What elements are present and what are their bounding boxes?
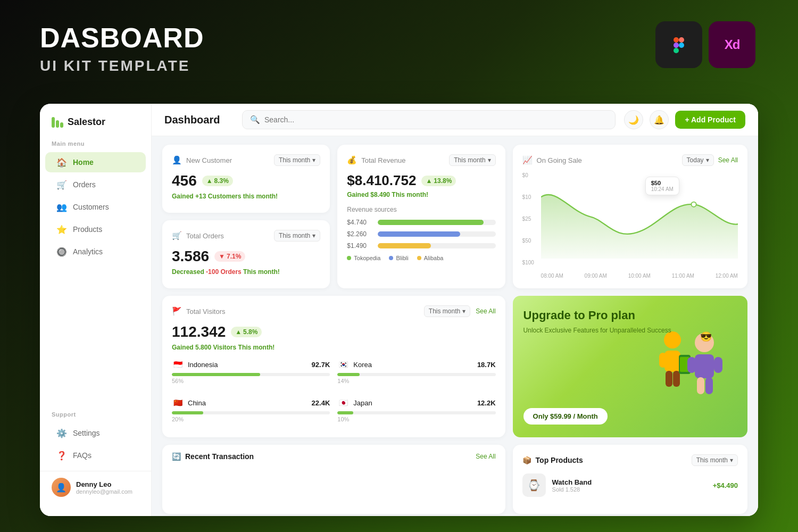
x-label-8am: 08:00 AM [541, 273, 563, 279]
user-info: Denny Leo dennyleo@gmail.com [76, 480, 139, 495]
adobe-xd-icon: Xd [709, 21, 755, 68]
total-orders-count: 3.586 ▼ 7.1% [172, 248, 320, 265]
orders-card-icon: 🛒 [172, 231, 182, 240]
top-products-title: 📦 Top Products [522, 456, 583, 464]
upgrade-card: Upgrade to Pro plan Unlock Exclusive Fea… [513, 296, 747, 437]
total-revenue-period-label: This month [454, 156, 485, 164]
add-product-button[interactable]: + Add Product [675, 111, 745, 129]
y-label-100: $100 [522, 260, 534, 265]
search-input[interactable] [264, 115, 608, 124]
revenue-amount: $8.410.752 ▲ 13.8% [347, 172, 495, 189]
flag-japan: 🇯🇵 [337, 397, 349, 409]
visitors-grid: 🇮🇩 Indonesia 92.7K 56% [172, 359, 496, 428]
total-revenue-card: 💰 Total Revenue This month ▾ $8.410.752 … [337, 145, 505, 288]
sidebar-item-analytics[interactable]: 🔘 Analytics [45, 242, 146, 262]
total-revenue-header: 💰 Total Revenue This month ▾ [347, 154, 495, 166]
product-sold-watchband: Sold 1.528 [552, 486, 706, 493]
flag-china: 🇨🇳 [172, 397, 184, 409]
notifications-button[interactable]: 🔔 [650, 110, 669, 129]
chart-period[interactable]: Today ▾ [682, 154, 714, 166]
total-visitors-card: 🚩 Total Visitors This month ▾ See All [162, 296, 505, 437]
product-thumb-watchband: ⌚ [522, 473, 546, 497]
visitor-bar-korea [337, 373, 495, 376]
visitors-icon: 🚩 [172, 306, 182, 316]
revenue-track-blibli [378, 231, 495, 237]
tooltip-time: 10:24 AM [651, 186, 674, 192]
total-revenue-title: Total Revenue [361, 156, 405, 164]
on-going-sale-header: 📈 On Going Sale Today ▾ See All [522, 154, 738, 166]
new-customer-count: 456 ▲ 8.3% [172, 172, 320, 189]
sidebar-item-settings[interactable]: ⚙️ Settings [45, 423, 146, 443]
total-orders-badge: ▼ 7.1% [214, 251, 245, 262]
visitors-see-all[interactable]: See All [476, 307, 495, 315]
legend-dot-blibli [389, 256, 393, 260]
new-customer-card: 👤 New Customer This month ▾ 456 ▲ 8.3% [162, 145, 330, 213]
total-orders-period[interactable]: This month ▾ [274, 230, 320, 242]
sidebar-label-orders: Orders [73, 180, 96, 189]
flag-korea: 🇰🇷 [337, 359, 349, 370]
revenue-sources-title: Revenue sources [347, 206, 495, 213]
revenue-fill-alibaba [378, 243, 431, 248]
top-products-card: 📦 Top Products This month ▾ ⌚ Watch Band… [513, 445, 747, 514]
visitor-pct-japan: 10% [337, 416, 495, 422]
branding-subtitle: UI KIT TEMPLATE [40, 57, 190, 74]
new-customer-period[interactable]: This month ▾ [274, 154, 320, 166]
x-label-12am: 12:00 AM [716, 273, 738, 279]
recent-icon: 🔄 [172, 452, 181, 461]
theme-toggle-button[interactable]: 🌙 [624, 110, 643, 129]
sidebar-item-orders[interactable]: 🛒 Orders [45, 174, 146, 195]
flag-indonesia: 🇮🇩 [172, 359, 184, 370]
upgrade-title: Upgrade to Pro plan [523, 309, 737, 322]
legend-dot-alibaba [417, 256, 421, 260]
customers-icon: 👥 [57, 202, 66, 212]
revenue-badge: ▲ 13.8% [421, 176, 456, 186]
on-going-sale-title: On Going Sale [537, 156, 582, 164]
total-orders-title-row: 🛒 Total Orders [172, 231, 224, 240]
visitor-fill-china [172, 411, 203, 414]
visitor-row-china: 🇨🇳 China 22.4K 20% [172, 397, 330, 422]
total-revenue-period[interactable]: This month ▾ [449, 154, 495, 166]
chart-see-all[interactable]: See All [718, 156, 738, 164]
svg-rect-1 [679, 37, 684, 43]
recent-transaction-card: 🔄 Recent Transaction See All [162, 445, 505, 514]
chart-header-right: Today ▾ See All [682, 154, 738, 166]
search-bar[interactable]: 🔍 [242, 110, 616, 129]
sidebar-item-products[interactable]: ⭐ Products [45, 219, 146, 239]
svg-rect-18 [697, 377, 704, 394]
visitor-row-japan: 🇯🇵 Japan 12.2K 10% [337, 397, 495, 422]
svg-rect-15 [695, 354, 714, 378]
product-row-watchband: ⌚ Watch Band Sold 1.528 +$4.490 [522, 473, 738, 497]
sidebar-item-customers[interactable]: 👥 Customers [45, 197, 146, 217]
top-products-header: 📦 Top Products This month ▾ [522, 454, 738, 466]
revenue-label-tokopedia: $4.740 [347, 219, 373, 226]
top-products-period[interactable]: This month ▾ [692, 454, 738, 466]
top-products-period-label: This month [696, 456, 728, 464]
visitors-period[interactable]: This month ▾ [424, 305, 470, 317]
visitors-title: Total Visitors [186, 307, 225, 315]
top-products-chevron-icon: ▾ [730, 456, 733, 464]
legend-label-blibli: Blibli [396, 255, 408, 261]
revenue-chevron-icon: ▾ [488, 156, 491, 164]
svg-point-4 [679, 43, 684, 48]
recent-transaction-title: 🔄 Recent Transaction [172, 452, 254, 461]
legend-dot-tokopedia [347, 256, 351, 260]
visitor-bar-japan [337, 411, 495, 414]
chart-area: $100 $50 $25 $10 $0 [522, 172, 738, 279]
avatar: 👤 [52, 478, 71, 497]
sidebar-label-products: Products [73, 225, 102, 234]
sidebar-item-home[interactable]: 🏠 Home [45, 152, 146, 172]
upgrade-cta-button[interactable]: Only $59.99 / Month [523, 408, 608, 425]
visitor-info-japan: 🇯🇵 Japan 12.2K [337, 397, 495, 409]
svg-rect-19 [705, 377, 713, 394]
upgrade-desc: Unlock Exclusive Features for Unparallel… [523, 327, 737, 334]
top-products-icon: 📦 [522, 456, 531, 464]
visitors-period-label: This month [429, 307, 460, 315]
country-name-indonesia: Indonesia [188, 361, 218, 369]
total-orders-title: Total Orders [186, 232, 224, 240]
sidebar-item-faqs[interactable]: ❓ FAQs [45, 445, 146, 466]
total-orders-card: 🛒 Total Orders This month ▾ 3.586 ▼ 7.1% [162, 220, 330, 288]
recent-see-all[interactable]: See All [476, 453, 495, 460]
total-revenue-title-row: 💰 Total Revenue [347, 155, 405, 165]
y-label-0: $0 [522, 172, 534, 178]
new-customer-chevron-icon: ▾ [312, 156, 315, 164]
